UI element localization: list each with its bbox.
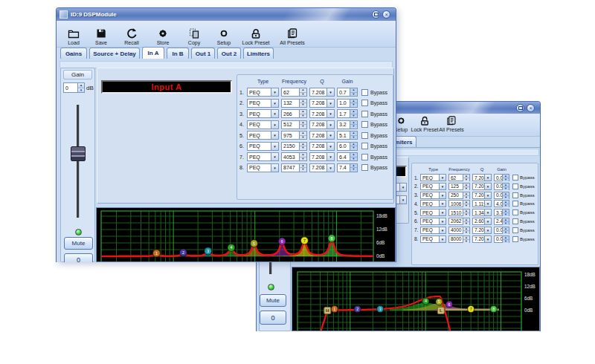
- band-marker-4[interactable]: 4: [422, 298, 429, 305]
- band-marker-7[interactable]: 7: [468, 306, 475, 313]
- spinner-buttons[interactable]: ▴▾: [502, 236, 509, 242]
- gain-input[interactable]: 0.0▴▾: [494, 174, 509, 181]
- spinner-buttons[interactable]: ▴▾: [502, 192, 509, 198]
- q-combo[interactable]: 7.208▾: [472, 192, 492, 199]
- spinner-buttons[interactable]: ▴▾: [299, 110, 306, 117]
- filter-type-combo[interactable]: PEQ▾: [420, 218, 446, 225]
- bypass-checkbox[interactable]: [512, 236, 518, 242]
- chevron-down-icon[interactable]: ▾: [439, 175, 446, 181]
- chevron-down-icon[interactable]: ▾: [484, 192, 491, 198]
- q-combo[interactable]: 7.208▾: [309, 142, 335, 151]
- bypass-checkbox[interactable]: [512, 175, 518, 181]
- chevron-down-icon[interactable]: ▾: [439, 236, 446, 242]
- chevron-down-icon[interactable]: ▾: [484, 236, 491, 242]
- chevron-down-icon[interactable]: ▾: [484, 218, 491, 224]
- restore-button[interactable]: [516, 104, 524, 112]
- band-marker-4[interactable]: 4: [228, 244, 235, 251]
- q-combo[interactable]: 7.208▾: [309, 88, 335, 97]
- band-marker-6[interactable]: 6: [278, 238, 286, 245]
- gain-input[interactable]: 5.1▴▾: [337, 131, 358, 140]
- frequency-input[interactable]: 975▴▾: [281, 131, 307, 140]
- spinner-buttons[interactable]: ▴▾: [350, 164, 357, 172]
- tab-in-b[interactable]: In B: [167, 48, 189, 59]
- bypass-checkbox[interactable]: [512, 192, 518, 198]
- chevron-down-icon[interactable]: ▾: [439, 192, 446, 198]
- spinner-buttons[interactable]: ▴▾: [350, 153, 357, 160]
- gain-input[interactable]: 7.4▴▾: [337, 163, 358, 172]
- band-marker-8[interactable]: 8: [328, 235, 335, 242]
- spinner-buttons[interactable]: ▴▾: [299, 100, 306, 107]
- chevron-down-icon[interactable]: ▾: [327, 121, 334, 129]
- gain-spinbox[interactable]: 0 ▴▾ dB: [63, 82, 94, 93]
- bypass-checkbox[interactable]: [512, 227, 518, 233]
- gain-input[interactable]: 0.0▴▾: [494, 183, 509, 190]
- q-combo[interactable]: 7.208▾: [309, 131, 335, 140]
- gain-value-input[interactable]: 0: [63, 82, 78, 93]
- gain-input[interactable]: 6.0▴▾: [337, 142, 358, 151]
- spinner-buttons[interactable]: ▴▾: [502, 175, 509, 181]
- chevron-down-icon[interactable]: ▾: [271, 110, 278, 117]
- tab-out-1[interactable]: Out 1: [191, 48, 215, 59]
- band-marker-8[interactable]: 8: [490, 306, 497, 313]
- spinner-buttons[interactable]: ▴▾: [463, 175, 469, 181]
- tab-in-a[interactable]: In A: [142, 47, 164, 59]
- chevron-down-icon[interactable]: ▾: [327, 110, 334, 117]
- bypass-checkbox[interactable]: [512, 218, 518, 224]
- spinner-buttons[interactable]: ▴▾: [463, 209, 469, 215]
- chevron-down-icon[interactable]: ▾: [399, 183, 406, 191]
- gain-input[interactable]: 1.0▴▾: [337, 99, 358, 108]
- all-presets-button[interactable]: All Presets: [274, 27, 311, 47]
- bypass-checkbox[interactable]: [361, 121, 368, 128]
- gain-slider[interactable]: [77, 105, 80, 218]
- band-marker-2[interactable]: 2: [179, 249, 187, 256]
- polarity-button[interactable]: 0: [260, 311, 286, 325]
- chevron-down-icon[interactable]: ▾: [327, 143, 334, 150]
- spinner-buttons[interactable]: ▴▾: [463, 218, 469, 224]
- recall-button[interactable]: Recall: [116, 27, 147, 47]
- spinner-buttons[interactable]: ▴▾: [78, 82, 85, 93]
- filter-type-combo[interactable]: PEQ▾: [420, 192, 446, 199]
- spinner-buttons[interactable]: ▴▾: [350, 131, 357, 139]
- chevron-down-icon[interactable]: ▾: [439, 183, 446, 189]
- spinner-buttons[interactable]: ▴▾: [502, 201, 509, 207]
- spinner-buttons[interactable]: ▴▾: [299, 143, 306, 150]
- chevron-down-icon[interactable]: ▾: [327, 164, 334, 172]
- tab-out-2[interactable]: Out 2: [217, 48, 241, 59]
- chevron-down-icon[interactable]: ▾: [271, 131, 278, 139]
- spinner-buttons[interactable]: ▴▾: [463, 227, 469, 233]
- gain-input[interactable]: 4.0▴▾: [494, 200, 509, 207]
- gain-input[interactable]: 3.2▴▾: [337, 120, 358, 129]
- filter-type-combo[interactable]: PEQ▾: [420, 183, 446, 190]
- tab-gains[interactable]: Gains: [60, 48, 87, 59]
- load-button[interactable]: Load: [61, 27, 86, 47]
- band-marker-7[interactable]: 7: [300, 237, 308, 244]
- close-button[interactable]: ×: [527, 104, 535, 112]
- q-combo[interactable]: 1.119▾: [472, 200, 492, 207]
- q-combo[interactable]: 7.208▾: [472, 227, 492, 234]
- q-combo[interactable]: 1.344▾: [472, 209, 492, 216]
- band-marker-6[interactable]: 6: [446, 301, 452, 308]
- band-marker-3[interactable]: 3: [377, 306, 384, 313]
- gain-input[interactable]: 3.7▴▾: [494, 209, 509, 216]
- bypass-checkbox[interactable]: [361, 164, 368, 171]
- filter-type-combo[interactable]: PEQ▾: [420, 227, 446, 234]
- gain-input[interactable]: 0.7▴▾: [337, 88, 358, 97]
- close-button[interactable]: ×: [382, 10, 390, 19]
- filter-type-combo[interactable]: PEQ▾: [420, 200, 446, 207]
- gain-input[interactable]: 0.0▴▾: [494, 227, 509, 234]
- filter-type-combo[interactable]: PEQ▾: [247, 99, 279, 108]
- spinner-buttons[interactable]: ▴▾: [502, 183, 509, 189]
- copy-button[interactable]: Copy: [178, 27, 210, 47]
- chevron-down-icon[interactable]: ▾: [271, 88, 278, 96]
- filter-type-combo[interactable]: PEQ▾: [247, 120, 279, 129]
- chevron-down-icon[interactable]: ▾: [271, 121, 278, 129]
- frequency-input[interactable]: 8000▴▾: [448, 235, 470, 243]
- spinner-buttons[interactable]: ▴▾: [350, 143, 357, 150]
- filter-type-combo[interactable]: PEQ▾: [247, 109, 279, 118]
- spinner-buttons[interactable]: ▴▾: [463, 201, 469, 207]
- bypass-checkbox[interactable]: [361, 154, 368, 160]
- tab-source-delay[interactable]: Source + Delay: [89, 48, 140, 59]
- spinner-buttons[interactable]: ▴▾: [299, 131, 306, 139]
- band-marker-3[interactable]: 3: [205, 247, 212, 255]
- q-combo[interactable]: 7.208▾: [309, 109, 335, 118]
